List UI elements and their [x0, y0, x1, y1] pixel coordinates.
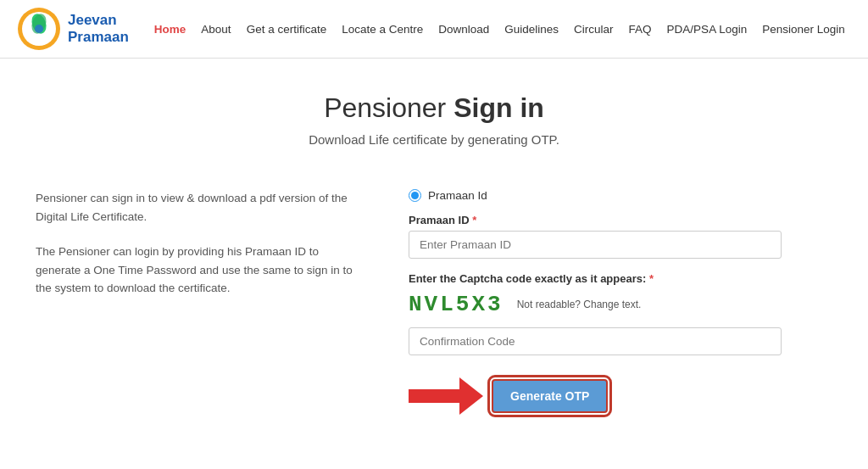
nav-circular[interactable]: Circular — [574, 23, 614, 36]
nav-get-certificate[interactable]: Get a certificate — [247, 23, 327, 36]
captcha-code: NVL5X3 — [409, 292, 504, 317]
logo-icon — [17, 7, 61, 51]
pramaan-id-input[interactable] — [409, 231, 782, 259]
sign-in-form: Pramaan Id Pramaan ID * Enter the Captch… — [409, 189, 782, 415]
navbar: Jeevan Pramaan Home About Get a certific… — [0, 0, 868, 59]
otp-area: Generate OTP — [409, 377, 782, 415]
logo-text: Jeevan Pramaan — [68, 12, 129, 46]
hero-subtitle: Download Life certificate by generating … — [17, 132, 851, 147]
svg-point-4 — [35, 25, 43, 33]
pramaan-radio[interactable] — [409, 189, 421, 202]
nav-locate-centre[interactable]: Locate a Centre — [342, 23, 423, 36]
left-panel: Pensioner can sign in to view & download… — [36, 189, 358, 415]
nav-links: Home About Get a certificate Locate a Ce… — [154, 23, 845, 36]
nav-pda-psa-login[interactable]: PDA/PSA Login — [667, 23, 748, 36]
logo: Jeevan Pramaan — [17, 7, 129, 51]
arrow-head — [459, 377, 483, 415]
nav-guidelines[interactable]: Guidelines — [504, 23, 559, 36]
captcha-label: Enter the Captcha code exactly as it app… — [409, 272, 782, 285]
nav-faq[interactable]: FAQ — [629, 23, 652, 36]
left-para1: Pensioner can sign in to view & download… — [36, 189, 358, 226]
captcha-row: NVL5X3 Not readable? Change text. — [409, 292, 782, 317]
nav-home[interactable]: Home — [154, 23, 186, 36]
page-title: Pensioner Sign in — [17, 92, 851, 124]
pramaan-id-field-group: Pramaan ID * — [409, 214, 782, 272]
nav-about[interactable]: About — [201, 23, 231, 36]
red-arrow — [409, 377, 483, 415]
pramaan-id-label: Pramaan ID * — [409, 214, 782, 226]
arrow-shaft — [409, 389, 459, 403]
confirmation-code-input[interactable] — [409, 327, 782, 355]
nav-download[interactable]: Download — [438, 23, 489, 36]
pramaan-radio-row: Pramaan Id — [409, 189, 782, 202]
pramaan-radio-label: Pramaan Id — [428, 189, 487, 202]
main-content: Pensioner can sign in to view & download… — [2, 164, 866, 440]
captcha-refresh-link[interactable]: Not readable? Change text. — [517, 299, 642, 310]
hero-section: Pensioner Sign in Download Life certific… — [0, 59, 868, 164]
generate-otp-button[interactable]: Generate OTP — [492, 379, 608, 413]
nav-pensioner-login[interactable]: Pensioner Login — [762, 23, 845, 36]
left-para2: The Pensioner can login by providing his… — [36, 243, 358, 298]
